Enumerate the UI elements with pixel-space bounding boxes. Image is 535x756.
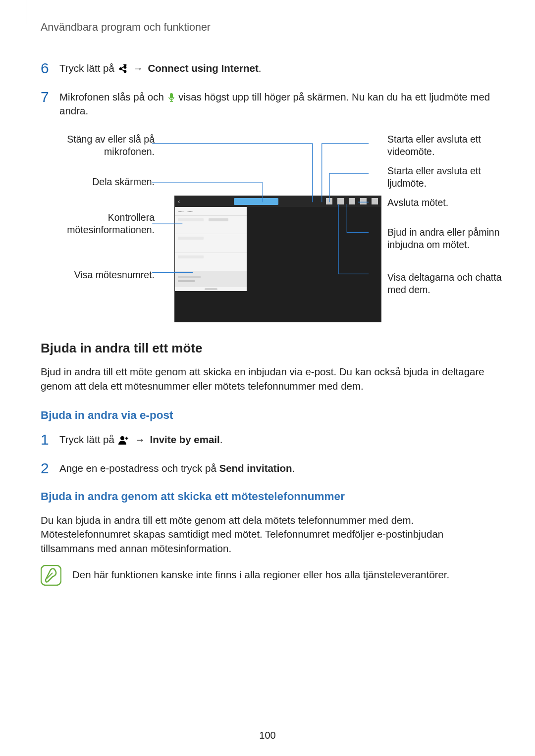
text: . (220, 434, 223, 445)
svg-rect-11 (41, 565, 61, 585)
text: . (259, 62, 262, 74)
arrow-icon: → (133, 62, 143, 74)
callout-participants: Visa deltagarna och chatta med dem. (387, 271, 516, 297)
step-6: 6 Tryck lätt på → Connect using Internet… (41, 60, 494, 76)
step-number: 2 (41, 460, 52, 476)
callout-invite: Bjud in andra eller påminn inbjudna om m… (387, 226, 516, 252)
bold-label: Invite by email (150, 434, 219, 445)
step-1: 1 Tryck lätt på → Invite by email. (41, 432, 494, 448)
text: . (292, 462, 295, 474)
share-screen-pill (234, 198, 278, 205)
section-header: Användbara program och funktioner (41, 20, 494, 35)
svg-point-8 (120, 436, 124, 440)
paragraph: Du kan bjuda in andra till ett möte geno… (41, 513, 494, 556)
mic-active-icon (168, 93, 175, 102)
step-number: 6 (41, 60, 52, 76)
device-topbar: ‹ (175, 196, 381, 207)
callout-end: Avsluta mötet. (387, 197, 516, 209)
panel-handle (205, 288, 217, 290)
text: Ange en e-postadress och tryck på (59, 462, 219, 474)
participants-icon (349, 198, 355, 204)
callout-audio: Starta eller avsluta ett ljudmöte. (387, 165, 516, 190)
callout-share: Dela skärmen. (41, 176, 155, 188)
heading-phone: Bjuda in andra genom att skicka ett möte… (41, 489, 494, 504)
note: Den här funktionen kanske inte finns i a… (41, 565, 494, 586)
text: Tryck lätt på (59, 62, 117, 74)
callout-diagram: Stäng av eller slå på mikrofonen. Dela s… (41, 131, 494, 319)
svg-point-2 (124, 70, 126, 72)
note-icon (41, 565, 61, 586)
page-number: 100 (0, 728, 535, 742)
exit-icon (372, 198, 378, 204)
panel-title: ·············· (175, 207, 247, 216)
callout-video: Starta eller avsluta ett videomöte. (387, 133, 516, 158)
device-screenshot: ‹ ·············· (174, 196, 381, 322)
step-2: 2 Ange en e-postadress och tryck på Send… (41, 460, 494, 476)
invite-icon (360, 198, 367, 204)
heading-invite: Bjuda in andra till ett möte (41, 339, 494, 357)
svg-point-0 (124, 65, 126, 67)
heading-email: Bjuda in andra via e-post (41, 407, 494, 423)
text: Tryck lätt på (59, 434, 117, 445)
arrow-icon: → (135, 434, 145, 445)
step-text: Tryck lätt på → Invite by email. (59, 432, 494, 447)
back-icon: ‹ (178, 197, 186, 206)
share-icon (118, 64, 127, 73)
svg-point-1 (119, 68, 121, 70)
panel-row (175, 253, 247, 271)
info-panel: ·············· (175, 207, 247, 291)
step-text: Tryck lätt på → Connect using Internet. (59, 60, 494, 76)
panel-row (175, 234, 247, 252)
add-person-icon (118, 436, 129, 445)
panel-footer (175, 271, 247, 287)
callout-mic: Stäng av eller slå på mikrofonen. (41, 133, 155, 158)
camera-icon (337, 198, 344, 204)
svg-line-4 (121, 69, 124, 71)
step-number: 1 (41, 432, 52, 448)
step-text: Ange en e-postadress och tryck på Send i… (59, 460, 494, 476)
panel-row (175, 216, 247, 234)
bold-label: Connect using Internet (148, 62, 258, 74)
mic-icon (326, 198, 332, 204)
bold-label: Send invitation (219, 462, 292, 474)
svg-rect-5 (170, 93, 173, 99)
step-number: 7 (41, 89, 52, 105)
step-text: Mikrofonen slås på och visas högst upp t… (59, 89, 494, 118)
text: Mikrofonen slås på och (59, 91, 167, 102)
callout-info: Kontrollera mötesinformationen. (41, 211, 155, 237)
paragraph: Bjud in andra till ett möte genom att sk… (41, 365, 494, 393)
note-text: Den här funktionen kanske inte finns i a… (72, 565, 494, 582)
callout-number: Visa mötesnumret. (41, 269, 155, 281)
step-7: 7 Mikrofonen slås på och visas högst upp… (41, 89, 494, 118)
topbar-icons (326, 198, 378, 204)
